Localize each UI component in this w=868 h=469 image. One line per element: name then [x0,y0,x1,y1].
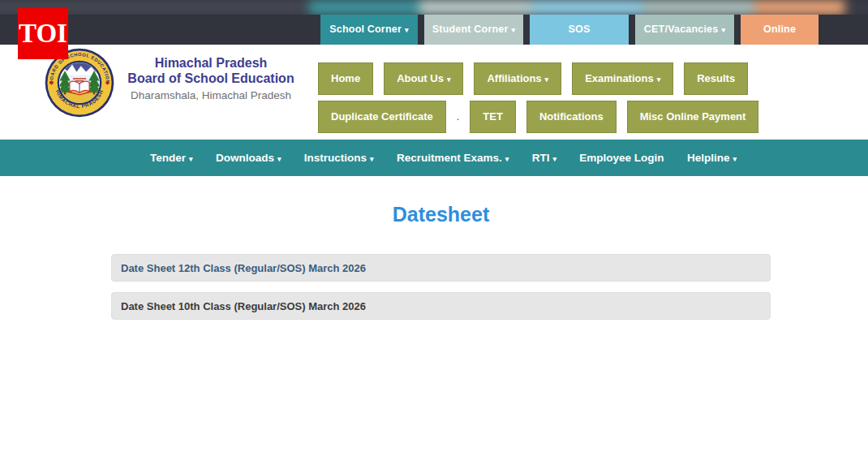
chevron-down-icon: ▾ [405,26,409,34]
snav-helpline[interactable]: Helpline▾ [687,152,737,164]
tab-label: School Corner [329,24,402,35]
hpbose-datesheet-page: School Corner▾ Student Corner▾ SOS CET/V… [0,0,868,469]
list-item-label: Date Sheet 10th Class (Regular/SOS) Marc… [121,300,366,312]
nav-button-home[interactable]: Home [318,62,373,95]
emblem-open-book [69,81,91,95]
nav-button-affiliations[interactable]: Affiliations▾ [474,62,561,95]
secondary-navigation-bar: Tender▾ Downloads▾ Instructions▾ Recruit… [0,140,868,176]
chevron-down-icon: ▾ [733,155,737,163]
chevron-down-icon: ▾ [505,155,509,163]
main-navigation: Home About Us▾ Affiliations▾ Examination… [318,62,853,133]
snav-recruitment-exams[interactable]: Recruitment Exams.▾ [397,152,509,164]
snav-instructions[interactable]: Instructions▾ [304,152,374,164]
chevron-down-icon: ▾ [552,155,556,163]
nav-button-tet[interactable]: TET [470,101,516,133]
list-item-datesheet-10th[interactable]: Date Sheet 10th Class (Regular/SOS) Marc… [111,292,771,320]
snav-rti[interactable]: RTI▾ [532,152,556,164]
chevron-down-icon: ▾ [657,75,661,84]
org-name-line1: Himachal Pradesh [114,55,308,71]
corner-tabs: School Corner▾ Student Corner▾ SOS CET/V… [320,15,819,45]
tab-school-corner[interactable]: School Corner▾ [320,15,418,45]
list-item-datesheet-12th[interactable]: Date Sheet 12th Class (Regular/SOS) Marc… [111,254,771,282]
toi-label: TOI [19,19,67,49]
trailing-dot: . [457,101,460,133]
top-tab-band: School Corner▾ Student Corner▾ SOS CET/V… [0,0,868,45]
tab-label: Student Corner [432,24,509,35]
org-title-block: Himachal Pradesh Board of School Educati… [114,55,308,101]
chevron-down-icon: ▾ [721,26,725,34]
tab-label: Online Services [758,24,801,65]
org-location: Dharamshala, Himachal Pradesh [114,89,308,101]
datesheet-list: Date Sheet 12th Class (Regular/SOS) Marc… [111,254,771,330]
org-name-line2: Board of School Education [114,71,308,86]
chevron-down-icon: ▾ [189,155,193,163]
tab-label: CET/Vacancies [644,24,719,35]
snav-employee-login[interactable]: Employee Login [579,152,664,164]
list-item-label: Date Sheet 12th Class (Regular/SOS) Marc… [121,262,366,274]
tab-label: SOS [569,24,591,35]
chevron-down-icon: ▾ [512,26,516,34]
chevron-down-icon: ▾ [277,155,281,163]
chevron-down-icon: ▾ [447,75,451,84]
nav-button-about-us[interactable]: About Us▾ [384,62,463,95]
nav-button-duplicate-certificate[interactable]: Duplicate Certificate [318,101,446,133]
snav-downloads[interactable]: Downloads▾ [216,152,281,164]
toi-watermark-logo: TOI [18,8,68,59]
secondary-navigation: Tender▾ Downloads▾ Instructions▾ Recruit… [0,140,868,176]
tab-online-services[interactable]: Online Services [741,15,819,45]
nav-button-notifications[interactable]: Notifications [526,101,617,133]
chevron-down-icon: ▾ [545,75,549,84]
tab-cet-vacancies[interactable]: CET/Vacancies▾ [635,15,734,45]
nav-button-misc-online-payment[interactable]: Misc Online Payment [627,101,759,133]
nav-button-examinations[interactable]: Examinations▾ [572,62,673,95]
blurred-top-strip [0,0,868,15]
tab-student-corner[interactable]: Student Corner▾ [424,15,523,45]
chevron-down-icon: ▾ [370,155,374,163]
snav-tender[interactable]: Tender▾ [150,152,193,164]
page-title: Datesheet [111,203,771,226]
nav-button-results[interactable]: Results [684,62,748,95]
blurred-color-strip [0,0,868,15]
tab-sos[interactable]: SOS [530,15,629,45]
